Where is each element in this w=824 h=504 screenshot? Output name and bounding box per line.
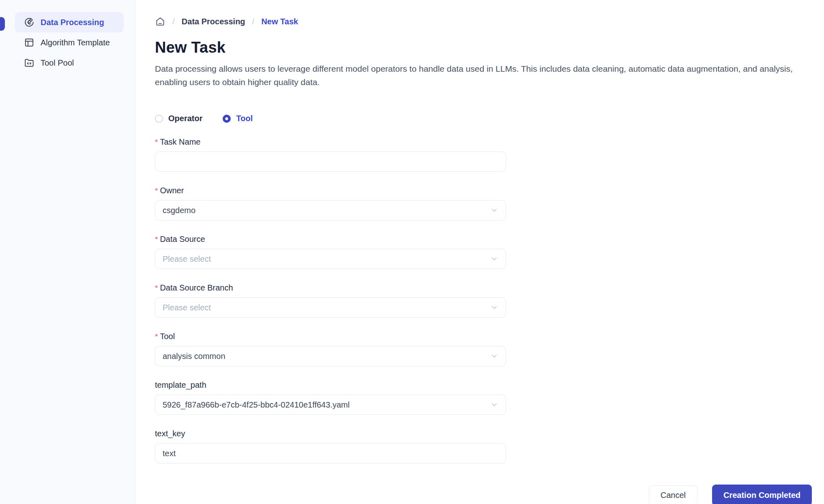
radio-option-operator[interactable]: Operator <box>155 114 202 123</box>
home-icon[interactable] <box>155 16 165 27</box>
new-task-form: Operator Tool * Task Name * Owner csgdem… <box>155 114 812 504</box>
main-content: / Data Processing / New Task New Task Da… <box>135 0 824 504</box>
algorithm-template-icon <box>24 37 34 48</box>
chevron-down-icon <box>490 255 498 263</box>
field-label-text: Data Source Branch <box>160 283 233 293</box>
field-tool: * Tool analysis common <box>155 332 506 366</box>
field-label: * Data Source Branch <box>155 283 506 293</box>
field-owner: * Owner csgdemo <box>155 186 506 220</box>
data-source-placeholder: Please select <box>163 254 211 264</box>
data-source-branch-placeholder: Please select <box>163 303 211 312</box>
field-data-source: * Data Source Please select <box>155 235 506 269</box>
radio-label-tool: Tool <box>236 114 253 123</box>
field-label: text_key <box>155 429 506 438</box>
task-name-input[interactable] <box>155 152 506 172</box>
field-label: * Owner <box>155 186 506 195</box>
sidebar: Data Processing Algorithm Template <box>0 0 135 504</box>
field-label-text: template_path <box>155 380 206 390</box>
sidebar-item-label: Algorithm Template <box>41 38 110 47</box>
owner-select[interactable]: csgdemo <box>155 200 506 220</box>
field-label: * Tool <box>155 332 506 341</box>
active-nav-indicator <box>0 17 5 31</box>
radio-unselected-icon[interactable] <box>155 115 163 123</box>
template-path-select[interactable]: 5926_f87a966b-e7cb-4f25-bbc4-02410e1ff64… <box>155 395 506 415</box>
sidebar-item-tool-pool[interactable]: Tool Pool <box>15 53 124 73</box>
chevron-down-icon <box>490 206 498 214</box>
field-data-source-branch: * Data Source Branch Please select <box>155 283 506 318</box>
sidebar-menu: Data Processing Algorithm Template <box>0 0 135 73</box>
creation-completed-button[interactable]: Creation Completed <box>712 485 812 504</box>
data-source-select[interactable]: Please select <box>155 249 506 269</box>
field-label-text: Task Name <box>160 137 200 147</box>
required-marker: * <box>155 284 158 293</box>
sidebar-item-data-processing[interactable]: Data Processing <box>15 12 124 32</box>
required-marker: * <box>155 186 158 195</box>
chevron-down-icon <box>490 352 498 360</box>
tool-pool-icon <box>24 58 34 68</box>
breadcrumb-separator: / <box>172 17 175 26</box>
breadcrumb-separator: / <box>252 17 255 26</box>
radio-option-tool[interactable]: Tool <box>223 114 253 123</box>
data-processing-icon <box>24 17 34 28</box>
sidebar-item-label: Tool Pool <box>41 58 74 68</box>
field-label: * Data Source <box>155 235 506 244</box>
task-type-radio-group: Operator Tool <box>155 114 812 123</box>
required-marker: * <box>155 138 158 147</box>
tool-select-value: analysis common <box>163 352 225 361</box>
field-label-text: Tool <box>160 332 175 341</box>
cancel-button[interactable]: Cancel <box>649 485 697 504</box>
page-title: New Task <box>155 39 812 56</box>
owner-select-value: csgdemo <box>163 206 195 215</box>
field-label-text: Owner <box>160 186 184 195</box>
field-task-name: * Task Name <box>155 137 506 172</box>
form-footer: Cancel Creation Completed <box>155 485 812 504</box>
tool-select[interactable]: analysis common <box>155 346 506 366</box>
field-text-key: text_key <box>155 429 506 463</box>
breadcrumb-new-task: New Task <box>261 17 298 26</box>
template-path-select-value: 5926_f87a966b-e7cb-4f25-bbc4-02410e1ff64… <box>163 400 350 410</box>
field-label: * Task Name <box>155 137 506 147</box>
field-label-text: text_key <box>155 429 185 438</box>
radio-selected-icon[interactable] <box>223 115 231 123</box>
breadcrumb-data-processing[interactable]: Data Processing <box>182 17 245 26</box>
field-label: template_path <box>155 380 506 390</box>
page-description: Data processing allows users to leverage… <box>155 62 808 89</box>
field-label-text: Data Source <box>160 235 205 244</box>
text-key-input[interactable] <box>155 443 506 463</box>
radio-label-operator: Operator <box>168 114 202 123</box>
sidebar-item-algorithm-template[interactable]: Algorithm Template <box>15 32 124 53</box>
required-marker: * <box>155 332 158 341</box>
field-template-path: template_path 5926_f87a966b-e7cb-4f25-bb… <box>155 380 506 415</box>
data-source-branch-select[interactable]: Please select <box>155 297 506 318</box>
breadcrumb: / Data Processing / New Task <box>155 16 812 27</box>
sidebar-item-label: Data Processing <box>41 18 104 27</box>
chevron-down-icon <box>490 303 498 312</box>
required-marker: * <box>155 235 158 244</box>
chevron-down-icon <box>490 401 498 409</box>
